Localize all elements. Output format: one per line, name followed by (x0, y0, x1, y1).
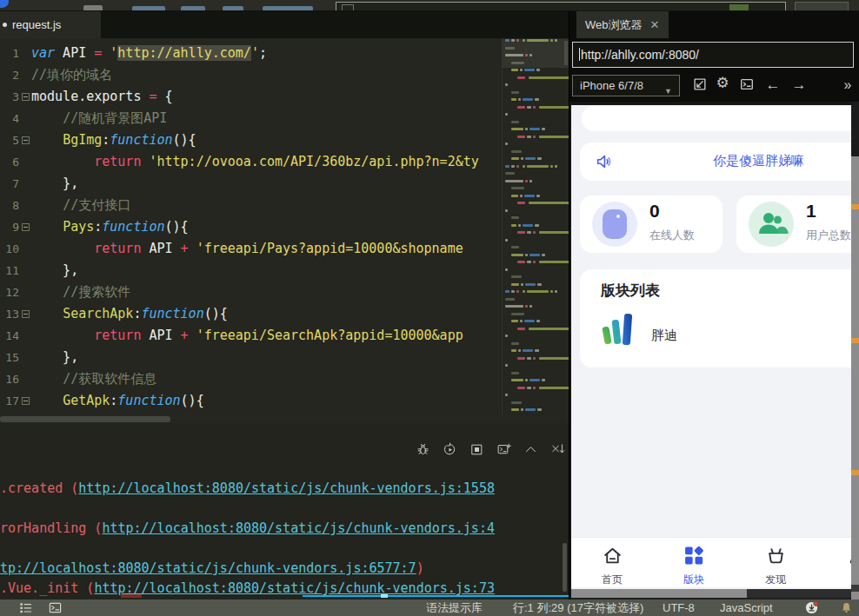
app-horizontal-scrollbar[interactable] (571, 589, 851, 598)
cursor-position-status[interactable]: 行:1 列:29 (17字符被选择) (513, 599, 643, 616)
divider-handle-icon[interactable] (381, 594, 388, 598)
app-tab-发现[interactable]: 发现 (735, 538, 816, 587)
language-status[interactable]: JavaScript (720, 599, 773, 616)
fold-icon[interactable] (22, 136, 30, 144)
update-icon[interactable] (805, 600, 820, 616)
new-terminal-icon[interactable] (496, 442, 511, 457)
code-line[interactable]: 11 }, (0, 260, 502, 282)
open-external-icon[interactable] (691, 76, 709, 94)
scrollbar-thumb[interactable] (571, 589, 747, 598)
tab-web-browser[interactable]: Web浏览器✕ (576, 11, 669, 38)
syntax-hint-status[interactable]: 语法提示库 (426, 599, 483, 616)
code-line[interactable]: 6 return 'http://ovooa.com/API/360bz/api… (0, 151, 502, 173)
arrow-left-icon[interactable]: ← (764, 76, 782, 94)
console-line: rorHandling (http://localhost:8080/stati… (0, 520, 495, 536)
code-line[interactable]: 9 Pays:function(){ (0, 216, 502, 238)
fold-icon[interactable] (22, 93, 30, 101)
scrollbar-thumb[interactable] (851, 156, 859, 599)
code-line[interactable]: 14 return API + 'freeapi/SearchApk?appid… (0, 325, 502, 347)
scrollbar-marker (851, 585, 859, 592)
app-tab-首页[interactable]: 首页 (571, 538, 653, 587)
scrollbar-thumb[interactable] (0, 416, 170, 422)
code-text: //支付接口 (31, 195, 130, 216)
arrow-right-icon[interactable]: → (790, 76, 808, 94)
fold-icon[interactable] (22, 223, 30, 231)
fold-gutter[interactable] (19, 216, 31, 238)
fold-icon[interactable] (22, 397, 30, 405)
bell-icon[interactable] (840, 601, 853, 616)
code-line[interactable]: 12 //搜索软件 (0, 282, 502, 303)
clear-icon[interactable] (550, 442, 565, 457)
stat-card-online[interactable]: 0在线人数 (580, 195, 722, 253)
device-toolbar: iPhone 6/7/8 ▼ ⚙ ← → » (569, 73, 859, 99)
code-line[interactable]: 13 SearchApk:function(){ (0, 303, 502, 325)
minimap-scrollbar[interactable] (564, 41, 568, 65)
debug-console[interactable]: .created (http://localhost:8080/static/j… (0, 423, 569, 599)
device-label: iPhone 6/7/8 (580, 79, 643, 92)
stat-card-users[interactable]: 1用户总数 (736, 195, 851, 253)
restart-icon[interactable] (443, 442, 457, 457)
console-toolbar (383, 442, 565, 460)
app-page: 你是傻逼胖娣嘛 0在线人数1用户总数 版块列表 (571, 105, 851, 599)
tab-request-js[interactable]: request.js (0, 11, 101, 38)
app-tab-我[interactable]: 我 (816, 538, 851, 587)
board-item-name[interactable]: 胖迪 (651, 328, 677, 344)
code-line[interactable]: 15 }, (0, 347, 502, 368)
stacktrace-link[interactable]: http://localhost:8080/static/js/chunk-ve… (102, 520, 495, 536)
code-line[interactable]: 16 //获取软件信息 (0, 368, 502, 390)
editor-horizontal-scrollbar[interactable] (0, 415, 502, 423)
encoding-status[interactable]: UTF-8 (663, 599, 695, 616)
fold-gutter[interactable] (19, 390, 31, 412)
notice-card[interactable]: 你是傻逼胖娣嘛 (580, 142, 851, 181)
stacktrace-link[interactable]: http://localhost:8080/static/js/chunk-ve… (78, 480, 495, 496)
console-scrollbar[interactable] (563, 543, 567, 592)
minimap-viewport[interactable] (503, 39, 569, 68)
code-line[interactable]: 3module.exports = { (0, 86, 502, 108)
fold-icon[interactable] (22, 310, 30, 318)
more-chevrons-icon[interactable]: » (839, 76, 856, 94)
code-line[interactable]: 17 GetApk:function(){ (0, 390, 502, 412)
code-text: module.exports = { (31, 86, 173, 108)
code-text: GetApk:function(){ (31, 390, 204, 412)
code-line[interactable]: 7 }, (0, 173, 502, 195)
code-line[interactable]: 4 //随机背景图API (0, 108, 502, 129)
outline-list-icon[interactable] (19, 601, 32, 616)
fold-gutter[interactable] (19, 86, 31, 108)
board-item-logo-icon[interactable] (599, 309, 639, 349)
terminal-icon[interactable] (738, 76, 756, 94)
gear-icon[interactable]: ⚙ (714, 75, 731, 92)
code-line[interactable]: 5 BgImg:function(){ (0, 129, 502, 151)
code-line[interactable]: 2//填你的域名 (0, 64, 502, 86)
console-line: .Vue._init (http://localhost:8080/static… (0, 580, 495, 596)
stacktrace-link[interactable]: http://localhost:8080/static/js/chunk-ve… (94, 580, 495, 596)
run-button[interactable] (795, 2, 849, 11)
fold-gutter[interactable] (19, 129, 31, 151)
line-number: 3 (0, 86, 19, 108)
stop-icon[interactable] (469, 442, 484, 457)
banner-card (582, 106, 851, 131)
line-number: 10 (0, 238, 19, 260)
line-number: 11 (0, 260, 19, 282)
fold-gutter[interactable] (19, 303, 31, 325)
code-text: }, (31, 260, 78, 282)
quick-search-input[interactable] (336, 2, 786, 11)
app-tab-版块[interactable]: 版块 (653, 538, 735, 587)
debug-icon[interactable] (416, 442, 430, 457)
code-line[interactable]: 8 //支付接口 (0, 195, 502, 216)
collapse-icon[interactable] (523, 442, 538, 457)
code-line[interactable]: 10 return API + 'freeapi/Pays?appid=1000… (0, 238, 502, 260)
terminal-icon[interactable] (49, 601, 62, 616)
device-select[interactable]: iPhone 6/7/8 ▼ (572, 75, 680, 96)
keyboard-icon[interactable] (83, 5, 103, 11)
code-editor[interactable]: 1var API = 'http://ahlly.com/';2//填你的域名3… (0, 38, 502, 415)
stacktrace-link[interactable]: tp://localhost:8080/static/js/chunk-vend… (0, 560, 416, 576)
code-line[interactable]: 1var API = 'http://ahlly.com/'; (0, 43, 502, 64)
fold-gutter (19, 368, 31, 390)
discover-icon (765, 545, 787, 570)
text-caret (579, 48, 580, 61)
preview-vertical-scrollbar[interactable] (851, 102, 859, 599)
notice-text: 你是傻逼胖娣嘛 (713, 153, 804, 169)
url-input[interactable]: http://ahlly.com/:8080/ (572, 42, 854, 68)
editor-minimap[interactable] (502, 38, 569, 415)
close-icon[interactable]: ✕ (650, 18, 660, 31)
